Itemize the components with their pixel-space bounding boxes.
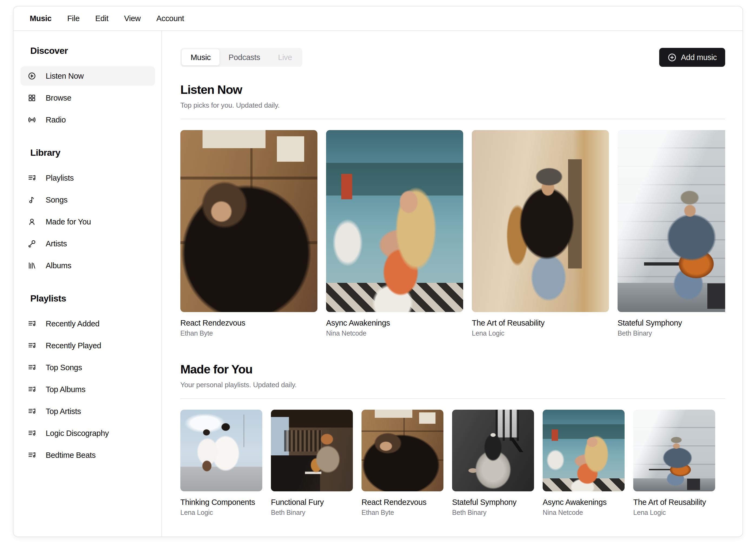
list-music-icon <box>28 451 36 459</box>
sidebar-item-made-for-you[interactable]: Made for You <box>21 212 155 231</box>
album-title: The Art of Reusability <box>633 497 715 507</box>
sidebar-item-playlists[interactable]: Playlists <box>21 168 155 188</box>
album-title: Thinking Components <box>180 497 262 507</box>
topbar: Music Podcasts Live Add music <box>180 48 725 67</box>
album-title: Functional Fury <box>271 497 353 507</box>
sidebar-discover-list: Listen Now Browse Radio <box>21 66 155 130</box>
sidebar-item-label: Top Albums <box>46 385 85 394</box>
menu-account[interactable]: Account <box>148 14 192 23</box>
separator <box>180 398 725 399</box>
tabs-list: Music Podcasts Live <box>180 48 302 67</box>
app-body: Discover Listen Now Browse <box>14 31 742 537</box>
album-artist: Beth Binary <box>271 508 353 517</box>
album-art <box>452 410 534 491</box>
album-card[interactable]: React Rendezvous Ethan Byte <box>180 130 317 337</box>
made-for-you-carousel: Thinking Components Lena Logic Functiona… <box>180 410 725 517</box>
sidebar-item-label: Radio <box>46 115 66 124</box>
list-music-icon <box>28 320 36 328</box>
sidebar-item-listen-now[interactable]: Listen Now <box>21 66 155 86</box>
sidebar-item-label: Albums <box>46 261 71 270</box>
sidebar-item-label: Recently Played <box>46 341 101 350</box>
album-title: Stateful Symphony <box>452 497 534 507</box>
album-title: Stateful Symphony <box>618 318 725 328</box>
sidebar-playlists-list: Recently Added Recently Played Top Songs <box>21 314 155 465</box>
sidebar-item-browse[interactable]: Browse <box>21 88 155 108</box>
sidebar-item-radio[interactable]: Radio <box>21 110 155 130</box>
sidebar-item-artists[interactable]: Artists <box>21 234 155 253</box>
sidebar-item-top-songs[interactable]: Top Songs <box>21 358 155 377</box>
album-artist: Nina Netcode <box>326 329 463 337</box>
sidebar-item-logic-discography[interactable]: Logic Discography <box>21 423 155 443</box>
section-subtitle-made-for-you: Your personal playlists. Updated daily. <box>180 380 725 389</box>
sidebar-item-label: Top Songs <box>46 363 82 372</box>
album-art <box>180 130 317 312</box>
section-title-listen-now: Listen Now <box>180 82 725 97</box>
tab-podcasts[interactable]: Podcasts <box>220 49 269 65</box>
album-artist: Beth Binary <box>618 329 725 337</box>
sidebar-item-label: Artists <box>46 239 67 248</box>
menu-view[interactable]: View <box>116 14 148 23</box>
layout-grid-icon <box>28 94 36 102</box>
sidebar-item-label: Bedtime Beats <box>46 451 96 460</box>
list-music-icon <box>28 174 36 182</box>
sidebar-item-albums[interactable]: Albums <box>21 256 155 275</box>
sidebar-heading-library: Library <box>30 147 155 158</box>
album-card[interactable]: Stateful Symphony Beth Binary <box>618 130 725 337</box>
album-card[interactable]: Thinking Components Lena Logic <box>180 410 262 517</box>
album-art <box>633 410 715 491</box>
sidebar-item-label: Songs <box>46 196 68 204</box>
sidebar-item-recently-played[interactable]: Recently Played <box>21 336 155 355</box>
album-artist: Nina Netcode <box>543 508 625 517</box>
album-title: React Rendezvous <box>180 318 317 328</box>
sidebar-heading-playlists: Playlists <box>30 293 155 304</box>
menu-edit[interactable]: Edit <box>87 14 116 23</box>
user-icon <box>28 218 36 226</box>
main-content: Music Podcasts Live Add music Listen Now… <box>162 31 742 537</box>
menu-music[interactable]: Music <box>22 14 59 23</box>
radio-icon <box>28 116 36 124</box>
library-icon <box>28 261 36 270</box>
tab-live: Live <box>269 49 301 65</box>
separator <box>180 119 725 119</box>
add-music-button[interactable]: Add music <box>659 48 725 67</box>
sidebar-item-label: Playlists <box>46 174 74 183</box>
sidebar-item-bedtime-beats[interactable]: Bedtime Beats <box>21 445 155 465</box>
album-artist: Beth Binary <box>452 508 534 517</box>
sidebar-item-top-albums[interactable]: Top Albums <box>21 380 155 399</box>
music-app-window: Music File Edit View Account Discover Li… <box>13 6 743 537</box>
album-card[interactable]: Functional Fury Beth Binary <box>271 410 353 517</box>
album-card[interactable]: The Art of Reusability Lena Logic <box>472 130 609 337</box>
sidebar-item-label: Listen Now <box>46 72 84 81</box>
album-card[interactable]: Async Awakenings Nina Netcode <box>543 410 625 517</box>
album-art <box>362 410 443 491</box>
play-circle-icon <box>28 72 36 80</box>
album-art <box>472 130 609 312</box>
album-card[interactable]: The Art of Reusability Lena Logic <box>633 410 715 517</box>
album-art <box>271 410 353 491</box>
sidebar-heading-discover: Discover <box>30 45 155 56</box>
section-subtitle-listen-now: Top picks for you. Updated daily. <box>180 101 725 110</box>
menu-file[interactable]: File <box>59 14 88 23</box>
album-title: The Art of Reusability <box>472 318 609 328</box>
list-music-icon <box>28 342 36 350</box>
sidebar-item-songs[interactable]: Songs <box>21 190 155 210</box>
album-art <box>326 130 463 312</box>
list-music-icon <box>28 407 36 415</box>
sidebar-item-top-artists[interactable]: Top Artists <box>21 402 155 421</box>
section-title-made-for-you: Made for You <box>180 362 725 377</box>
album-artist: Lena Logic <box>180 508 262 517</box>
menubar: Music File Edit View Account <box>14 6 742 31</box>
plus-circle-icon <box>668 53 677 62</box>
list-music-icon <box>28 363 36 372</box>
sidebar-item-label: Recently Added <box>46 319 100 328</box>
sidebar-item-label: Logic Discography <box>46 429 109 438</box>
listen-now-carousel: React Rendezvous Ethan Byte Async Awaken… <box>180 130 725 337</box>
album-card[interactable]: Stateful Symphony Beth Binary <box>452 410 534 517</box>
album-card[interactable]: Async Awakenings Nina Netcode <box>326 130 463 337</box>
sidebar-item-recently-added[interactable]: Recently Added <box>21 314 155 333</box>
album-title: React Rendezvous <box>362 497 443 507</box>
album-art <box>180 410 262 491</box>
tab-music[interactable]: Music <box>182 49 220 65</box>
list-music-icon <box>28 385 36 393</box>
album-card[interactable]: React Rendezvous Ethan Byte <box>362 410 443 517</box>
